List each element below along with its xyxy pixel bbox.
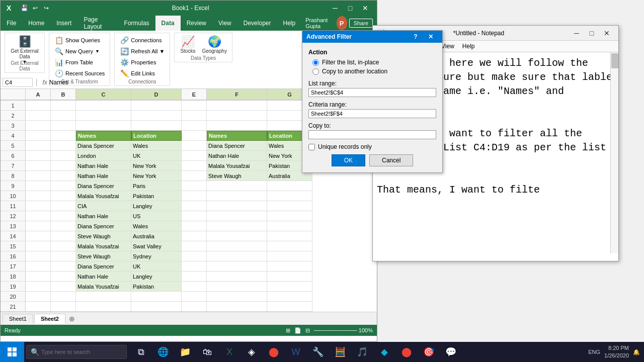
cell[interactable]: Malala Yousafzai: [207, 161, 267, 171]
cell[interactable]: Malala Yousafzai: [76, 241, 131, 251]
cell[interactable]: [182, 151, 207, 161]
cell[interactable]: [182, 171, 207, 181]
cell[interactable]: [131, 101, 182, 111]
cell[interactable]: [182, 201, 207, 211]
cell[interactable]: New York: [131, 161, 182, 171]
page-break-btn[interactable]: ⊟: [305, 327, 310, 334]
cell[interactable]: Steve Waugh: [76, 251, 131, 261]
cell[interactable]: [207, 211, 267, 221]
cell[interactable]: [51, 131, 76, 141]
cell[interactable]: [76, 292, 131, 302]
cell[interactable]: [267, 231, 312, 241]
cell[interactable]: [182, 221, 207, 231]
cell[interactable]: [207, 231, 267, 241]
cell[interactable]: [267, 272, 312, 282]
maximize-button[interactable]: □: [343, 1, 358, 16]
cell[interactable]: [207, 272, 267, 282]
properties-btn[interactable]: ⚙️ Properties: [118, 57, 167, 67]
dropbox-icon[interactable]: ◈: [242, 342, 262, 362]
cell[interactable]: Diana Spencer: [76, 181, 131, 191]
app8-icon[interactable]: 🔧: [308, 342, 328, 362]
normal-view-btn[interactable]: ⊞: [286, 327, 290, 334]
cell[interactable]: Wales: [131, 141, 182, 151]
cell[interactable]: [51, 231, 76, 241]
cell[interactable]: [26, 141, 51, 151]
cell[interactable]: [26, 101, 51, 111]
cell[interactable]: [26, 201, 51, 211]
tab-formulas[interactable]: Formulas: [118, 16, 155, 31]
cell-reference-box[interactable]: [3, 78, 33, 87]
cell[interactable]: [182, 251, 207, 261]
cell[interactable]: [207, 241, 267, 251]
app12-icon[interactable]: ⬤: [396, 342, 417, 362]
cell[interactable]: [26, 151, 51, 161]
cell[interactable]: [76, 302, 131, 312]
cell[interactable]: [76, 111, 131, 121]
cell[interactable]: [267, 261, 312, 272]
tab-data[interactable]: Data: [155, 16, 181, 31]
cell[interactable]: [51, 241, 76, 251]
notepad-scrollbar[interactable]: [610, 52, 618, 253]
unique-records-checkbox[interactable]: [308, 144, 315, 150]
cell[interactable]: [207, 261, 267, 272]
cell[interactable]: [182, 302, 207, 312]
notepad-help-menu[interactable]: Help: [458, 42, 479, 51]
cell[interactable]: Pakistan: [131, 191, 182, 201]
cell[interactable]: [182, 181, 207, 191]
from-table-btn[interactable]: 📊 From Table: [52, 57, 107, 67]
cell[interactable]: [51, 101, 76, 111]
cell[interactable]: Sydney: [131, 251, 182, 261]
cell[interactable]: Steve Waugh: [76, 231, 131, 241]
cell[interactable]: [51, 121, 76, 131]
tab-view[interactable]: View: [212, 16, 237, 31]
cell[interactable]: [267, 251, 312, 261]
cell[interactable]: UK: [131, 261, 182, 272]
cell[interactable]: [51, 141, 76, 151]
cell[interactable]: [26, 261, 51, 272]
sheet-tab-sheet1[interactable]: Sheet1: [3, 314, 33, 323]
cell[interactable]: [267, 201, 312, 211]
cell[interactable]: [26, 121, 51, 131]
cell[interactable]: Langley: [131, 201, 182, 211]
cell[interactable]: [182, 101, 207, 111]
cell[interactable]: [182, 241, 207, 251]
cell[interactable]: [51, 191, 76, 201]
tab-help[interactable]: Help: [277, 16, 301, 31]
col-header-E[interactable]: E: [182, 89, 207, 100]
cell[interactable]: [51, 151, 76, 161]
list-range-input[interactable]: [308, 88, 436, 97]
cell[interactable]: Pakistan: [131, 282, 182, 292]
cell[interactable]: [267, 302, 312, 312]
cell[interactable]: [26, 231, 51, 241]
cell[interactable]: Names: [76, 131, 131, 141]
cell[interactable]: Nathan Hale: [76, 161, 131, 171]
geography-btn[interactable]: 🌍 Geography: [200, 35, 228, 55]
cell[interactable]: Malala Yousafzai: [76, 282, 131, 292]
cell[interactable]: [207, 101, 267, 111]
stocks-btn[interactable]: 📈 Stocks: [178, 35, 198, 55]
notepad-minimize-btn[interactable]: ─: [569, 26, 584, 41]
cell[interactable]: [131, 302, 182, 312]
cell[interactable]: [182, 272, 207, 282]
start-button[interactable]: [0, 342, 24, 362]
cell[interactable]: Names: [207, 131, 267, 141]
cell[interactable]: Nathan Hale: [76, 171, 131, 181]
new-query-btn[interactable]: 🔍 New Query ▼: [52, 46, 107, 56]
taskview-icon[interactable]: ⧉: [131, 342, 151, 362]
cell[interactable]: US: [131, 211, 182, 221]
cell[interactable]: [51, 221, 76, 231]
cell[interactable]: Langley: [131, 272, 182, 282]
cell[interactable]: [26, 251, 51, 261]
cell[interactable]: [267, 292, 312, 302]
cell[interactable]: [76, 101, 131, 111]
cell[interactable]: [26, 241, 51, 251]
col-header-D[interactable]: D: [131, 89, 182, 100]
cell[interactable]: [182, 161, 207, 171]
cell[interactable]: [207, 121, 267, 131]
recent-sources-btn[interactable]: 🕐 Recent Sources: [52, 68, 107, 78]
cell[interactable]: [182, 111, 207, 121]
cancel-button[interactable]: Cancel: [369, 154, 413, 166]
chrome-icon[interactable]: ⬤: [264, 342, 284, 362]
cell[interactable]: [26, 161, 51, 171]
tab-developer[interactable]: Developer: [237, 16, 277, 31]
